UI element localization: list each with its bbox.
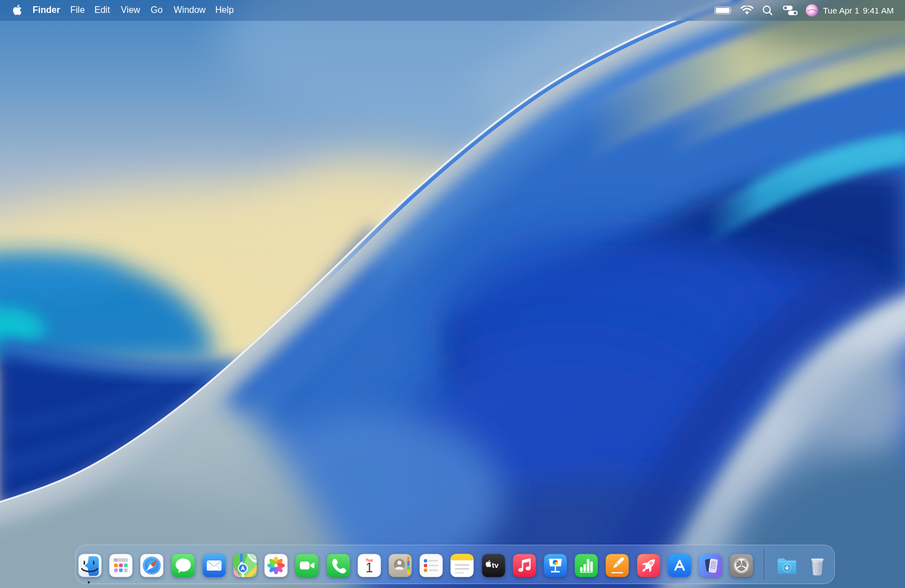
svg-text:tv: tv <box>492 561 499 569</box>
svg-text:1: 1 <box>365 560 373 575</box>
